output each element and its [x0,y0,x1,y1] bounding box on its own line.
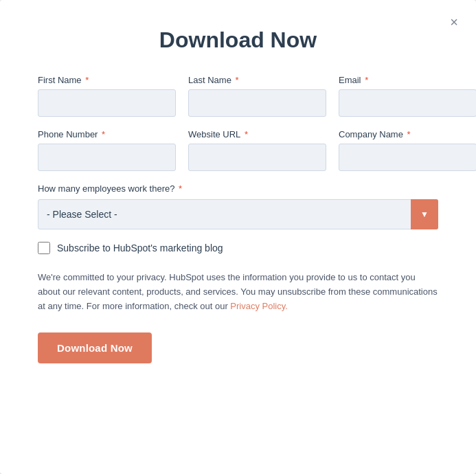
employees-select[interactable]: - Please Select - 1-10 11-50 51-200 201-… [38,199,438,229]
last-name-input[interactable] [188,89,326,117]
subscribe-row: Subscribe to HubSpot's marketing blog [38,242,438,254]
phone-input[interactable] [38,144,176,171]
last-name-label: Last Name * [188,75,326,85]
name-row: First Name * Last Name * Email * [38,75,438,117]
website-required: * [242,129,248,139]
submit-button[interactable]: Download Now [38,332,152,363]
first-name-label: First Name * [38,75,176,85]
phone-required: * [99,129,105,139]
employees-label: How many employees work there? * [38,183,438,194]
contact-row: Phone Number * Website URL * Company Nam… [38,129,438,171]
email-label: Email * [339,75,476,85]
privacy-text: We're committed to your privacy. HubSpot… [38,271,438,313]
last-name-required: * [233,75,239,85]
website-label: Website URL * [188,129,326,139]
phone-label: Phone Number * [38,129,176,139]
close-button[interactable]: × [447,12,461,32]
company-label: Company Name * [339,129,476,139]
subscribe-checkbox[interactable] [38,242,50,254]
subscribe-label[interactable]: Subscribe to HubSpot's marketing blog [57,242,223,253]
email-input[interactable] [339,89,476,117]
download-form: First Name * Last Name * Email * Ph [38,75,438,363]
company-input[interactable] [339,144,476,171]
employees-select-wrapper: - Please Select - 1-10 11-50 51-200 201-… [38,199,438,229]
privacy-policy-link[interactable]: Privacy Policy. [230,301,288,311]
email-group: Email * [339,75,476,117]
first-name-input[interactable] [38,89,176,117]
website-input[interactable] [188,144,326,171]
modal-title: Download Now [38,27,438,53]
close-icon: × [450,14,458,30]
first-name-group: First Name * [38,75,176,117]
modal-container: × Download Now First Name * Last Name * … [0,0,476,474]
last-name-group: Last Name * [188,75,326,117]
email-required: * [363,75,369,85]
company-group: Company Name * [339,129,476,171]
website-group: Website URL * [188,129,326,171]
company-required: * [405,129,411,139]
phone-group: Phone Number * [38,129,176,171]
employees-group: How many employees work there? * - Pleas… [38,183,438,229]
employees-required: * [176,183,182,194]
first-name-required: * [83,75,89,85]
